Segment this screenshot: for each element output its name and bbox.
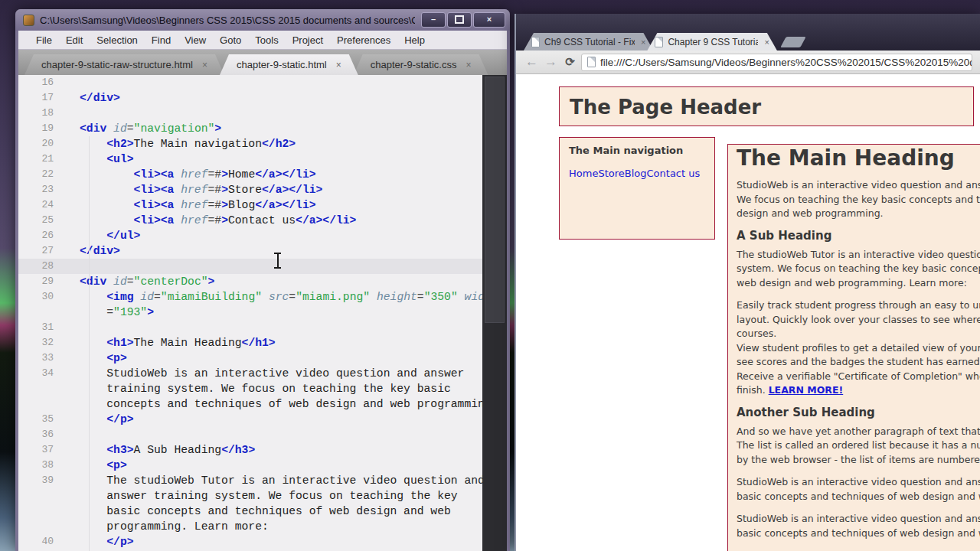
code-line[interactable]: programming. Learn more: — [18, 519, 507, 534]
code-line[interactable]: 22 <li><a href=#>Home</a></li> — [18, 167, 507, 182]
menu-item-help[interactable]: Help — [397, 34, 432, 46]
editor-tab[interactable]: chapter-9-static.css× — [354, 54, 488, 75]
forward-icon[interactable]: → — [543, 53, 559, 71]
paragraph-line: StudioWeb is an interactive video questi… — [737, 475, 980, 490]
line-number: 18 — [18, 106, 60, 121]
reload-icon[interactable]: ⟳ — [562, 53, 578, 71]
code-line[interactable]: 32 <h1>The Main Heading</h1> — [18, 335, 507, 350]
menu-item-tools[interactable]: Tools — [248, 34, 285, 46]
menu-item-preferences[interactable]: Preferences — [330, 34, 397, 46]
line-number: 31 — [18, 320, 60, 335]
page-paragraph: The studioWeb Tutor is an interactive vi… — [737, 248, 980, 291]
editor-titlebar[interactable]: C:\Users\Samsung\Videos\Beginners CSS 20… — [15, 9, 510, 31]
code-line[interactable]: 31 — [18, 320, 507, 335]
back-icon[interactable]: ← — [524, 53, 540, 71]
code-line[interactable]: 36 — [18, 427, 507, 442]
code-line[interactable]: 30 <img id="miamiBuilding" src="miami.pn… — [18, 289, 507, 305]
code-line[interactable]: 39 The studioWeb Tutor is an interactive… — [18, 473, 507, 488]
desktop: { "colors":{ "page_box_bg":"#faebdc","pa… — [0, 0, 980, 551]
menu-item-file[interactable]: File — [29, 34, 59, 46]
page-paragraph: And so we have yet another paragraph of … — [737, 425, 980, 468]
editor-tab-label: chapter-9-static-raw-structure.html — [41, 59, 193, 70]
nav-link-home[interactable]: Home — [569, 168, 598, 179]
page-header-title: The Page Header — [560, 87, 973, 119]
browser-tab[interactable]: Chapter 9 CSS Tutorial - F× — [647, 33, 776, 51]
page-document-icon — [587, 57, 596, 67]
code-line[interactable]: training system. We focus on teaching th… — [18, 381, 507, 396]
browser-frame[interactable]: Ch9 CSS Tutorial - Fixed P×Chapter 9 CSS… — [516, 14, 980, 51]
line-number: 33 — [18, 350, 60, 366]
editor-tab-label: chapter-9-static.html — [237, 59, 327, 70]
code-line[interactable]: basic concepts and techniques of web des… — [18, 504, 507, 519]
editor-code-area[interactable]: 1617</div>1819<div id="navigation">20 <h… — [18, 75, 507, 551]
new-tab-button[interactable] — [780, 37, 805, 47]
line-number: 39 — [18, 473, 60, 488]
code-line[interactable]: 38 <p> — [18, 458, 507, 473]
code-line[interactable]: 29<div id="centerDoc"> — [18, 274, 507, 289]
code-line[interactable]: 21 <ul> — [18, 152, 507, 167]
nav-link-store[interactable]: Store — [598, 168, 624, 179]
browser-viewport: The Page Header The Main navigation Home… — [516, 74, 980, 551]
minimize-button-icon[interactable]: – — [421, 12, 446, 28]
menu-item-project[interactable]: Project — [286, 34, 330, 46]
line-number — [18, 396, 60, 412]
paragraph-line: The studioWeb Tutor is an interactive vi… — [737, 248, 980, 262]
line-number: 32 — [18, 335, 60, 350]
close-icon[interactable]: × — [764, 37, 769, 47]
code-line[interactable]: 24 <li><a href=#>Blog</a></li> — [18, 197, 507, 213]
code-line[interactable]: answer training system. We focus on teac… — [18, 488, 507, 504]
menu-item-goto[interactable]: Goto — [213, 34, 248, 46]
close-icon[interactable]: × — [202, 60, 207, 70]
address-bar[interactable]: file:///C:/Users/Samsung/Videos/Beginner… — [581, 54, 972, 71]
line-number — [18, 519, 60, 534]
code-line[interactable]: concepts and techniques of web design an… — [18, 396, 507, 412]
code-line[interactable]: 26 </ul> — [18, 228, 507, 243]
code-text: <li><a href=#>Blog</a></li> — [60, 197, 316, 213]
code-line[interactable]: 20 <h2>The Main navigation</h2> — [18, 136, 507, 152]
paragraph-line: StudioWeb is an interactive video questi… — [737, 178, 980, 193]
code-line[interactable]: ="193"> — [18, 305, 507, 320]
code-line[interactable]: 18 — [18, 106, 507, 121]
code-text: <div id="centerDoc"> — [60, 274, 214, 289]
code-line[interactable]: 34 StudioWeb is an interactive video que… — [18, 366, 507, 381]
code-line[interactable]: 40 </p> — [18, 534, 507, 549]
paragraph-line: see scores and the badges the student ha… — [737, 355, 980, 370]
nav-heading: The Main navigation — [569, 145, 714, 156]
code-line[interactable]: 17</div> — [18, 90, 507, 106]
code-line[interactable]: 37 <h3>A Sub Heading</h3> — [18, 442, 507, 458]
code-line[interactable]: 25 <li><a href=#>Contact us</a></li> — [18, 213, 507, 228]
line-number: 26 — [18, 228, 60, 243]
paragraph-line: web design and web programming. Learn mo… — [737, 276, 980, 291]
paragraph-line: basic concepts and techniques of web des… — [737, 527, 980, 541]
mouse-ibeam-cursor — [274, 253, 281, 269]
code-line[interactable]: 23 <li><a href=#>Store</a></li> — [18, 182, 507, 197]
code-line[interactable]: 16 — [18, 75, 507, 90]
nav-link-contact-us[interactable]: Contact us — [647, 168, 701, 179]
learn-more-link[interactable]: LEARN MORE! — [769, 384, 844, 396]
maximize-button-icon[interactable] — [447, 12, 472, 28]
code-line[interactable]: 33 <p> — [18, 350, 507, 366]
close-icon[interactable]: × — [336, 60, 341, 70]
editor-scrollbar-thumb[interactable] — [485, 77, 505, 323]
code-text — [60, 427, 80, 442]
close-icon[interactable]: × — [466, 60, 471, 70]
code-line[interactable]: 28 — [18, 259, 507, 274]
editor-tab[interactable]: chapter-9-static-raw-structure.html× — [24, 54, 224, 75]
editor-tab[interactable]: chapter-9-static.html× — [220, 54, 358, 75]
menu-item-edit[interactable]: Edit — [59, 34, 90, 46]
close-icon[interactable]: × — [641, 37, 645, 47]
nav-link-blog[interactable]: Blog — [625, 168, 647, 179]
menu-item-find[interactable]: Find — [145, 34, 178, 46]
browser-tab[interactable]: Ch9 CSS Tutorial - Fixed P× — [524, 33, 653, 51]
line-number: 30 — [18, 289, 60, 305]
code-text — [60, 75, 80, 90]
line-number: 23 — [18, 182, 60, 197]
code-text: training system. We focus on teaching th… — [60, 381, 451, 396]
code-line[interactable]: 19<div id="navigation"> — [18, 121, 507, 136]
editor-scrollbar[interactable] — [482, 75, 507, 551]
menu-item-selection[interactable]: Selection — [90, 34, 144, 46]
close-button-icon[interactable]: × — [473, 12, 505, 28]
menu-item-view[interactable]: View — [178, 34, 213, 46]
code-line[interactable]: 27</div> — [18, 243, 507, 259]
code-line[interactable]: 35 </p> — [18, 412, 507, 427]
